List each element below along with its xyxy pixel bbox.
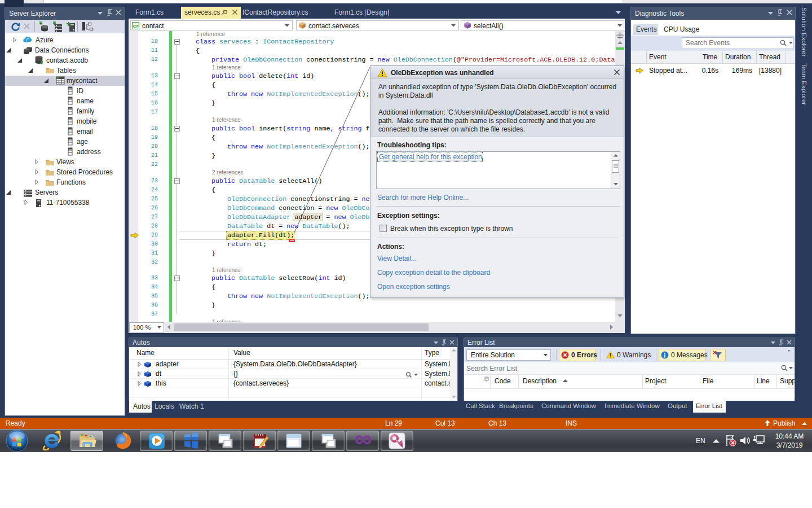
svg-text:C#: C#: [133, 24, 139, 29]
